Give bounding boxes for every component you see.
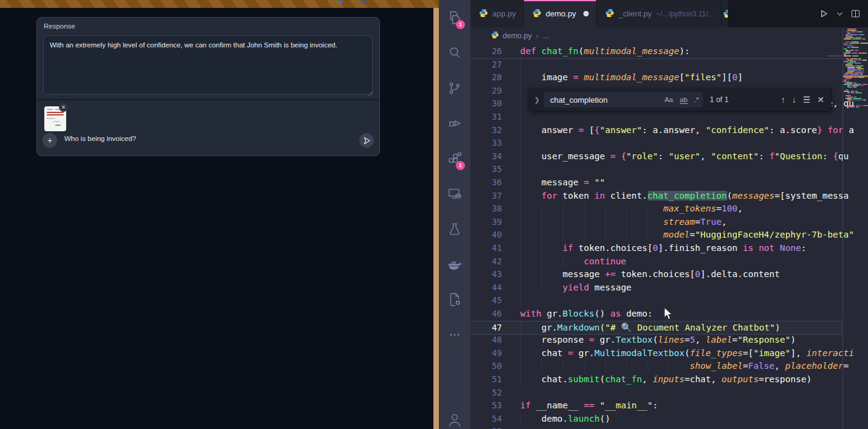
thumbnail-art xyxy=(55,125,61,126)
account-icon[interactable] xyxy=(439,412,470,429)
remote-explorer-icon[interactable] xyxy=(439,176,470,211)
code-text: answer = [{"answer": a.answer, "confiden… xyxy=(520,124,854,137)
response-textarea[interactable]: With an extremely high level of confiden… xyxy=(43,35,373,95)
python-icon xyxy=(491,31,503,41)
code-line: 31 xyxy=(470,111,843,124)
code-line: 28 image = multimodal_message["files"][0… xyxy=(470,71,843,84)
source-control-icon[interactable] xyxy=(439,70,470,106)
desktop-background-strip-right xyxy=(433,8,439,429)
code-text: message += token.choices[0].delta.conten… xyxy=(520,268,780,281)
find-input-box: Aa ab .* xyxy=(544,92,703,108)
code-text: def chat_fn(multimodal_message): xyxy=(520,45,690,58)
line-number: 55 xyxy=(470,425,502,429)
line-number: 35 xyxy=(470,163,502,176)
code-line: 39 stream=True, xyxy=(470,216,843,229)
line-number: 54 xyxy=(470,413,502,426)
line-number: 42 xyxy=(470,255,502,269)
find-input[interactable] xyxy=(549,95,662,105)
response-card: Response With an extremely high level of… xyxy=(36,17,380,156)
code-text: chat = gr.MultimodalTextbox(file_types=[… xyxy=(520,347,854,360)
search-icon[interactable] xyxy=(439,35,470,70)
indent-guide xyxy=(520,163,521,176)
code-text: response = gr.Textbox(lines=5, label="Re… xyxy=(520,334,796,347)
line-number: 48 xyxy=(470,334,502,347)
breadcrumb[interactable]: demo.py › ... xyxy=(470,27,843,44)
extensions-icon[interactable]: 1 xyxy=(439,141,470,176)
attachment-remove-button[interactable]: × xyxy=(59,103,68,112)
explorer-badge: 1 xyxy=(456,20,465,29)
line-number: 52 xyxy=(470,386,502,400)
indent-guide xyxy=(520,58,521,72)
code-line: 35 xyxy=(470,163,843,176)
desktop-background-strip xyxy=(0,0,439,8)
docker-icon[interactable] xyxy=(439,247,470,282)
python-icon xyxy=(532,9,541,19)
line-number: 41 xyxy=(470,242,502,255)
find-next-button[interactable]: ↓ xyxy=(791,95,798,105)
activity-bar: 1 xyxy=(439,0,471,429)
whole-word-button[interactable]: ab xyxy=(677,95,690,105)
code-line: 42 continue xyxy=(470,255,843,269)
code-line: 43 message += token.choices[0].delta.con… xyxy=(470,268,843,281)
tab-label: _client.py xyxy=(619,9,652,18)
breadcrumb-file[interactable]: demo.py xyxy=(503,32,532,40)
code-text: demo.launch() xyxy=(520,413,610,426)
code-line: 53if __name__ == "__main__": xyxy=(470,399,843,413)
code-line: 40 model="HuggingFaceH4/zephyr-7b-beta" xyxy=(470,228,843,242)
minimap[interactable] xyxy=(843,29,868,114)
thumbnail-art xyxy=(47,109,53,110)
line-number: 28 xyxy=(470,71,502,84)
code-editor[interactable]: 26def chat_fn(multimodal_message):2728 i… xyxy=(470,44,868,429)
run-button[interactable] xyxy=(818,7,830,20)
tab-demo.py[interactable]: demo.py xyxy=(524,0,597,27)
run-dropdown-chevron-icon[interactable] xyxy=(835,10,844,18)
code-text: max_tokens=100, xyxy=(520,202,743,216)
code-text: continue xyxy=(520,255,626,269)
tabs: app.pydemo.py_client.py~/.../python3.11/… xyxy=(470,0,722,27)
send-button[interactable] xyxy=(359,133,374,148)
line-number: 33 xyxy=(470,137,502,150)
python-icon xyxy=(479,9,488,19)
line-number: 36 xyxy=(470,176,502,190)
editor-actions xyxy=(728,0,868,27)
code-line: 26def chat_fn(multimodal_message): xyxy=(470,45,843,59)
breadcrumb-more[interactable]: ... xyxy=(543,32,549,40)
tab-_client.py[interactable]: _client.py~/.../python3.11/... xyxy=(597,0,722,27)
testing-icon[interactable] xyxy=(439,211,470,247)
chat-input[interactable] xyxy=(63,134,296,143)
vscode-window: 1 xyxy=(439,0,868,429)
indent-guide xyxy=(520,294,521,307)
code-line: 37 for token in client.chat_completion(m… xyxy=(470,190,843,203)
code-text: message = "" xyxy=(520,176,605,190)
run-debug-icon[interactable] xyxy=(439,106,470,141)
regex-button[interactable]: .* xyxy=(692,95,702,105)
find-previous-button[interactable]: ↑ xyxy=(780,95,787,105)
send-icon xyxy=(362,136,371,145)
code-line: 47 gr.Markdown("# 🔍 Document Analyzer Ch… xyxy=(470,321,843,335)
file-settings-icon[interactable] xyxy=(439,282,470,317)
line-number: 39 xyxy=(470,216,502,229)
split-editor-button[interactable] xyxy=(849,7,862,20)
add-file-button[interactable]: + xyxy=(42,133,57,148)
indent-guide xyxy=(520,137,521,150)
more-actions-icon[interactable] xyxy=(439,317,470,352)
tab-app.py[interactable]: app.py xyxy=(470,0,524,27)
textarea-resize-handle[interactable] xyxy=(367,88,373,94)
minimap-slider-edge[interactable] xyxy=(827,55,842,57)
line-number: 44 xyxy=(470,281,502,295)
line-number: 47 xyxy=(470,321,502,335)
code-text: chat.submit(chat_fn, inputs=chat, output… xyxy=(520,373,812,386)
explorer-icon[interactable]: 1 xyxy=(439,0,470,35)
find-close-button[interactable]: ✕ xyxy=(816,95,826,105)
line-number: 32 xyxy=(470,124,502,137)
code-text: stream=True, xyxy=(520,216,727,229)
find-expand-chevron-icon[interactable]: ❯ xyxy=(530,96,544,104)
code-line: 52 xyxy=(470,386,843,400)
dirty-indicator[interactable] xyxy=(583,11,589,16)
find-in-selection-button[interactable]: ☰ xyxy=(802,95,812,105)
code-line: 51 chat.submit(chat_fn, inputs=chat, out… xyxy=(470,373,843,386)
match-case-button[interactable]: Aa xyxy=(662,95,676,105)
code-text: if __name__ == "__main__": xyxy=(520,399,658,413)
tab-partial[interactable] xyxy=(722,0,728,27)
code-text: yield message xyxy=(520,281,631,295)
